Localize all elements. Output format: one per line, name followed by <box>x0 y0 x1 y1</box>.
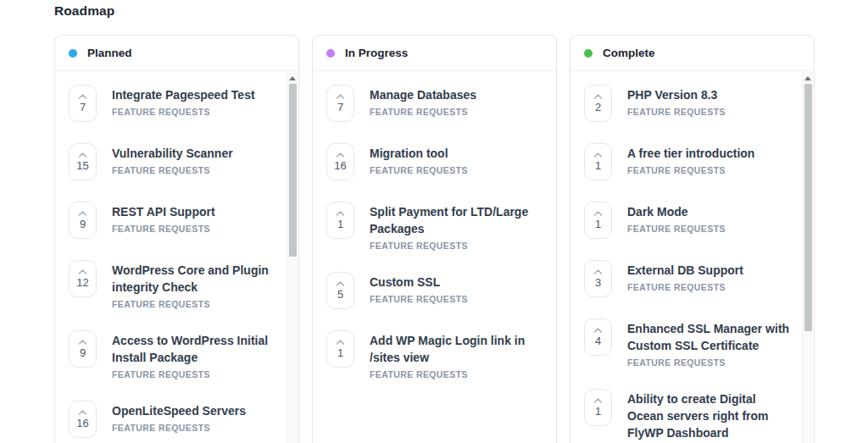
chevron-up-icon <box>336 93 345 100</box>
scrollbar[interactable] <box>802 72 813 443</box>
chevron-up-icon <box>593 327 603 334</box>
column-title: Complete <box>603 47 655 59</box>
card-title: REST API Support <box>112 203 215 220</box>
card-category-label: FEATURE REQUESTS <box>627 165 754 175</box>
vote-count: 9 <box>80 218 86 230</box>
card-text: WordPress Core and Plugin integrity Chec… <box>112 260 280 309</box>
card-title: Dark Mode <box>627 203 726 220</box>
card-category-label: FEATURE REQUESTS <box>370 294 468 304</box>
status-dot-icon <box>69 49 77 58</box>
card-list: 2 PHP Version 8.3 FEATURE REQUESTS 1 A f… <box>570 71 814 443</box>
card-text: Custom SSL FEATURE REQUESTS <box>370 272 468 304</box>
upvote-button[interactable]: 9 <box>69 330 97 368</box>
upvote-button[interactable]: 7 <box>326 85 354 122</box>
arrow-up-icon <box>289 76 296 80</box>
card-category-label: FEATURE REQUESTS <box>627 107 726 117</box>
column-header: Complete <box>570 36 814 71</box>
feature-card[interactable]: 1 Split Payment for LTD/Large Packages F… <box>326 202 537 251</box>
card-category-label: FEATURE REQUESTS <box>370 165 468 175</box>
page-title: Roadmap <box>54 3 868 19</box>
vote-count: 16 <box>76 417 88 429</box>
status-dot-icon <box>584 49 593 58</box>
feature-card[interactable]: 12 WordPress Core and Plugin integrity C… <box>69 260 280 309</box>
board-column-complete: Complete 2 PHP Version 8.3 FEATURE REQUE… <box>570 35 815 443</box>
feature-card[interactable]: 1 Dark Mode FEATURE REQUESTS <box>584 202 795 239</box>
card-category-label: FEATURE REQUESTS <box>627 357 795 368</box>
card-text: A free tier introduction FEATURE REQUEST… <box>627 143 754 175</box>
card-category-label: FEATURE REQUESTS <box>112 165 233 175</box>
scrollbar-thumb[interactable] <box>804 84 812 331</box>
upvote-button[interactable]: 12 <box>69 260 97 297</box>
vote-count: 5 <box>337 288 343 301</box>
upvote-button[interactable]: 5 <box>326 272 354 309</box>
card-text: OpenLiteSpeed Servers FEATURE REQUESTS <box>112 401 246 433</box>
upvote-button[interactable]: 4 <box>584 318 612 356</box>
card-title: Migration tool <box>370 145 468 162</box>
scrollbar[interactable] <box>287 72 298 443</box>
upvote-button[interactable]: 1 <box>584 202 612 239</box>
upvote-button[interactable]: 16 <box>69 401 97 438</box>
upvote-button[interactable]: 1 <box>326 330 354 368</box>
scrollbar-thumb[interactable] <box>289 84 297 257</box>
card-text: External DB Support FEATURE REQUESTS <box>627 260 743 292</box>
feature-card[interactable]: 7 Integrate Pagespeed Test FEATURE REQUE… <box>69 85 280 122</box>
chevron-up-icon <box>78 409 87 416</box>
column-body: 2 PHP Version 8.3 FEATURE REQUESTS 1 A f… <box>570 71 814 443</box>
card-category-label: FEATURE REQUESTS <box>112 369 280 379</box>
upvote-button[interactable]: 16 <box>326 143 354 180</box>
upvote-button[interactable]: 1 <box>584 143 612 180</box>
feature-card[interactable]: 5 Custom SSL FEATURE REQUESTS <box>326 272 537 309</box>
vote-count: 1 <box>595 218 601 230</box>
card-text: Migration tool FEATURE REQUESTS <box>370 143 468 175</box>
feature-card[interactable]: 4 Enhanced SSL Manager with Custom SSL C… <box>584 318 795 368</box>
upvote-button[interactable]: 9 <box>69 202 97 239</box>
scroll-up-button[interactable] <box>287 72 298 84</box>
chevron-up-icon <box>593 93 603 100</box>
feature-card[interactable]: 16 Migration tool FEATURE REQUESTS <box>326 143 537 180</box>
card-category-label: FEATURE REQUESTS <box>370 369 537 379</box>
card-title: A free tier introduction <box>627 145 754 162</box>
card-list: 7 Manage Databases FEATURE REQUESTS 16 M… <box>313 71 556 414</box>
feature-card[interactable]: 16 OpenLiteSpeed Servers FEATURE REQUEST… <box>69 401 280 438</box>
upvote-button[interactable]: 7 <box>69 85 97 122</box>
vote-count: 1 <box>595 405 601 418</box>
card-title: Ability to create Digital Ocean servers … <box>627 390 795 441</box>
upvote-button[interactable]: 1 <box>326 202 354 239</box>
roadmap-page: Roadmap Planned 7 Integrate Pagespeed Te… <box>0 0 868 443</box>
feature-card[interactable]: 3 External DB Support FEATURE REQUESTS <box>584 260 795 297</box>
card-category-label: FEATURE REQUESTS <box>112 423 246 433</box>
vote-count: 7 <box>80 101 86 114</box>
feature-card[interactable]: 2 PHP Version 8.3 FEATURE REQUESTS <box>584 85 795 122</box>
vote-count: 2 <box>595 101 601 114</box>
status-dot-icon <box>326 49 335 58</box>
card-text: Ability to create Digital Ocean servers … <box>627 389 795 443</box>
feature-card[interactable]: 1 A free tier introduction FEATURE REQUE… <box>584 143 795 180</box>
feature-card[interactable]: 1 Add WP Magic Login link in /sites view… <box>326 330 537 379</box>
card-title: PHP Version 8.3 <box>627 86 726 103</box>
feature-card[interactable]: 7 Manage Databases FEATURE REQUESTS <box>326 85 537 122</box>
upvote-button[interactable]: 15 <box>69 143 97 180</box>
feature-card[interactable]: 15 Vulnerability Scanner FEATURE REQUEST… <box>69 143 280 180</box>
feature-card[interactable]: 9 Access to WordPress Initial Install Pa… <box>69 330 280 379</box>
feature-card[interactable]: 9 REST API Support FEATURE REQUESTS <box>69 202 280 239</box>
upvote-button[interactable]: 2 <box>584 85 612 122</box>
chevron-up-icon <box>593 152 603 158</box>
roadmap-board: Planned 7 Integrate Pagespeed Test FEATU… <box>54 35 868 443</box>
card-category-label: FEATURE REQUESTS <box>112 224 215 234</box>
vote-count: 9 <box>80 346 86 359</box>
column-body: 7 Integrate Pagespeed Test FEATURE REQUE… <box>55 71 298 443</box>
vote-count: 15 <box>76 159 88 172</box>
feature-card[interactable]: 1 Ability to create Digital Ocean server… <box>584 389 795 443</box>
scroll-up-button[interactable] <box>803 72 813 84</box>
upvote-button[interactable]: 1 <box>584 389 612 426</box>
card-category-label: FEATURE REQUESTS <box>627 224 726 234</box>
upvote-button[interactable]: 3 <box>584 260 612 297</box>
card-text: PHP Version 8.3 FEATURE REQUESTS <box>627 85 726 117</box>
card-category-label: FEATURE REQUESTS <box>112 107 255 117</box>
chevron-up-icon <box>78 93 87 100</box>
card-title: Custom SSL <box>370 274 468 291</box>
chevron-up-icon <box>78 339 87 346</box>
card-title: External DB Support <box>627 262 743 279</box>
card-list: 7 Integrate Pagespeed Test FEATURE REQUE… <box>55 71 298 443</box>
vote-count: 3 <box>595 276 601 289</box>
